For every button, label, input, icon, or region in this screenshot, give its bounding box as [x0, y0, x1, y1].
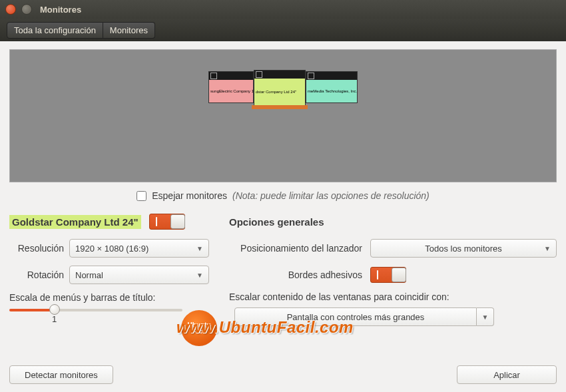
- chevron-down-icon: ▼: [196, 272, 203, 279]
- launcher-placement-label: Posicionamiento del lanzador: [229, 243, 370, 254]
- preview-monitor-3[interactable]: meMedia Technologies, Inc. 36": [306, 71, 358, 103]
- breadcrumb: Toda la configuración Monitores: [0, 19, 566, 41]
- apply-button[interactable]: Aplicar: [457, 365, 557, 384]
- scale-content-dropdown-button[interactable]: ▼: [477, 307, 494, 326]
- slider-thumb[interactable]: [49, 304, 60, 315]
- close-icon[interactable]: [5, 4, 16, 15]
- mirror-monitors-note: (Nota: puede limitar las opciones de res…: [232, 190, 429, 201]
- preview-monitor-2-label: dstar Company Ltd 24": [254, 79, 305, 105]
- scale-content-label: Escalar contenido de las ventanas para c…: [229, 292, 557, 302]
- rotation-combo[interactable]: Normal ▼: [69, 266, 209, 284]
- watermark-logo: UbuntuFácil: [181, 310, 217, 346]
- ui-scale-slider[interactable]: [9, 309, 182, 311]
- detect-monitors-button[interactable]: Detectar monitores: [9, 365, 113, 384]
- preview-monitor-1-label: sungElectric Company 13": [209, 80, 253, 102]
- scale-content-combo[interactable]: Pantalla con controles más grandes: [234, 307, 477, 326]
- mirror-monitors-checkbox[interactable]: [137, 191, 146, 201]
- resolution-value: 1920 × 1080 (16:9): [75, 244, 148, 254]
- ui-scale-label: Escala de menús y barras de título:: [9, 292, 160, 303]
- breadcrumb-all-settings[interactable]: Toda la configuración: [7, 22, 103, 39]
- sticky-edges-label: Bordes adhesivos: [229, 270, 370, 280]
- monitor-enabled-toggle[interactable]: [149, 214, 185, 230]
- chevron-down-icon: ▼: [482, 313, 489, 321]
- titlebar: Monitores: [0, 0, 566, 19]
- launcher-placement-combo[interactable]: Todos los monitores ▼: [370, 239, 557, 258]
- launcher-placement-value: Todos los monitores: [425, 244, 502, 254]
- scale-content-value: Pantalla con controles más grandes: [287, 312, 425, 322]
- selected-monitor-name: Goldstar Company Ltd 24": [9, 215, 141, 229]
- chevron-down-icon: ▼: [544, 245, 551, 252]
- monitor-preview-area[interactable]: sungElectric Company 13" dstar Company L…: [9, 49, 557, 182]
- preview-monitor-2[interactable]: dstar Company Ltd 24": [254, 70, 306, 106]
- resolution-label: Resolución: [9, 243, 69, 254]
- rotation-label: Rotación: [9, 270, 69, 280]
- preview-monitor-1[interactable]: sungElectric Company 13": [208, 71, 254, 103]
- breadcrumb-monitores[interactable]: Monitores: [103, 22, 155, 39]
- minimize-icon[interactable]: [21, 4, 32, 15]
- rotation-value: Normal: [75, 270, 103, 280]
- window-title: Monitores: [40, 5, 81, 15]
- preview-monitor-3-label: meMedia Technologies, Inc. 36": [306, 80, 357, 102]
- resolution-combo[interactable]: 1920 × 1080 (16:9) ▼: [69, 239, 209, 258]
- chevron-down-icon: ▼: [196, 245, 203, 252]
- sticky-edges-toggle[interactable]: [370, 267, 406, 283]
- general-options-heading: Opciones generales: [229, 216, 324, 228]
- mirror-monitors-label: Espejar monitores: [152, 190, 227, 201]
